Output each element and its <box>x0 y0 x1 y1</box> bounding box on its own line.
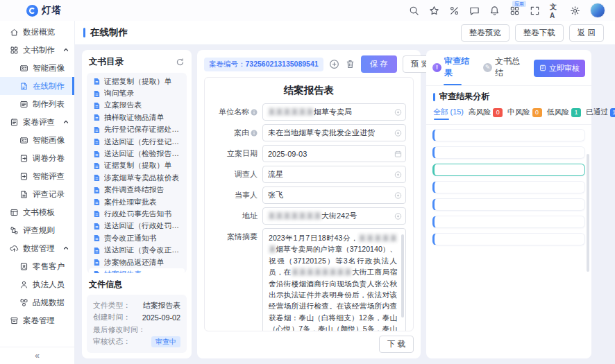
refresh-icon[interactable] <box>176 58 185 67</box>
filter-中风险[interactable]: 中风险0 <box>507 107 541 119</box>
sidebar-item-调卷分卷[interactable]: 调卷分卷 <box>0 149 74 167</box>
fullscreen-icon[interactable] <box>530 6 540 16</box>
clear-icon[interactable] <box>394 108 402 116</box>
document-item[interactable]: 送达回证（检验报告复... <box>89 148 185 159</box>
sidebar-item-执法人员[interactable]: 执法人员 <box>0 275 74 293</box>
sidebar-collapse-button[interactable]: « <box>0 347 74 364</box>
field-input-案由[interactable]: 未在当地烟草专卖批发企业进货 <box>262 124 406 141</box>
user-avatar[interactable] <box>590 3 605 18</box>
sidebar-item-在线制作[interactable]: 在线制作 <box>0 77 74 95</box>
filter-低风险[interactable]: 低风险1 <box>547 107 581 119</box>
sidebar-item-零售客户[interactable]: 零售客户 <box>0 257 74 275</box>
field-input-单位名称[interactable]: 某某某某某某烟草专卖局 <box>262 103 406 121</box>
sidebar-item-品规数据[interactable]: 品规数据 <box>0 293 74 311</box>
document-item[interactable]: 送达回证（行政处罚事... <box>89 220 185 232</box>
sidebar-item-制作列表[interactable]: 制作列表 <box>0 95 74 113</box>
file-icon <box>93 234 101 242</box>
review-card[interactable] <box>432 216 585 228</box>
save-button[interactable]: 保 存 <box>361 55 397 73</box>
cards-scrollbar[interactable] <box>587 154 589 272</box>
clear-icon[interactable] <box>394 171 402 178</box>
file-info-row: 审核状态：审查中 <box>93 336 180 349</box>
info-icon <box>251 109 258 116</box>
file-icon <box>93 223 101 230</box>
star-icon[interactable] <box>429 6 439 16</box>
header-button-整卷预览[interactable]: 整卷预览 <box>461 24 509 42</box>
sidebar-item-案卷管理[interactable]: 案卷管理 <box>0 311 74 329</box>
delete-icon[interactable] <box>345 59 355 69</box>
review-card[interactable] <box>432 198 585 211</box>
redacted-text: 某某某某某某 <box>268 107 314 117</box>
case-summary-textarea[interactable]: 2023年1月7日18时43分，某某某某某某烟草专卖局的卢诗章（37120140… <box>262 228 406 331</box>
top-bar: 灯塔 应用文A <box>0 0 615 21</box>
calendar-icon[interactable] <box>394 150 402 157</box>
header-button-返回[interactable]: 返 回 <box>569 24 604 42</box>
document-item[interactable]: 证据复制（提取）单 <box>89 160 185 172</box>
audit-now-button[interactable]: 立即审核 <box>534 60 585 77</box>
document-item[interactable]: 先行登记保存证据处理... <box>89 124 185 136</box>
document-item[interactable]: 案件调查终结报告 <box>89 184 185 196</box>
field-input-当事人[interactable]: 张飞 <box>262 187 406 204</box>
docout-icon <box>19 154 28 163</box>
message-icon[interactable] <box>469 6 480 16</box>
document-item[interactable]: 结案报告表 <box>89 268 185 273</box>
document-item[interactable]: 行政处罚事先告知书 <box>89 208 185 220</box>
percent-icon[interactable] <box>449 6 460 16</box>
filter-全部 (15)[interactable]: 全部 (15) <box>433 107 464 119</box>
clear-icon[interactable] <box>394 129 402 137</box>
review-card[interactable] <box>432 181 585 193</box>
document-item[interactable]: 抽样取证物品清单 <box>89 112 185 123</box>
sidebar-item-智能画像[interactable]: 智能画像 <box>0 131 74 149</box>
sidebar-item-智能评查[interactable]: 智能评查 <box>0 167 74 185</box>
template-icon <box>10 208 19 217</box>
file-info-title: 文件信息 <box>82 273 192 291</box>
review-card[interactable] <box>432 233 585 245</box>
review-card[interactable] <box>432 164 585 176</box>
review-card[interactable] <box>432 146 585 159</box>
sidebar-item-评查规则[interactable]: 评查规则 <box>0 221 74 239</box>
search-icon[interactable] <box>409 6 419 16</box>
field-input-立案日期[interactable]: 2025-09-03 <box>262 145 406 162</box>
document-item[interactable]: 证据复制（提取）单 <box>89 76 185 87</box>
doclines-icon <box>19 190 28 199</box>
sidebar-item-文书制作[interactable]: 文书制作 <box>0 41 74 59</box>
tab-review-result[interactable]: ! 审查结果 <box>432 55 475 80</box>
document-title: 结案报告表 <box>212 80 406 103</box>
sidebar-item-案卷评查[interactable]: 案卷评查 <box>0 113 74 131</box>
sidebar-item-文书模板[interactable]: 文书模板 <box>0 203 74 221</box>
analysis-section-title: 审查结果分析 <box>426 86 591 105</box>
document-item[interactable]: 送达回证（先行登记保... <box>89 136 185 148</box>
bell-icon[interactable] <box>489 6 500 16</box>
header-button-整卷下载[interactable]: 整卷下载 <box>515 24 564 42</box>
filter-高风险[interactable]: 高风险0 <box>469 107 503 119</box>
document-item[interactable]: 立案报告表 <box>89 100 185 112</box>
clear-icon[interactable] <box>394 212 402 220</box>
tab-doc-summary[interactable]: ✎ 文书总结 <box>483 55 525 80</box>
download-button[interactable]: 下 载 <box>379 336 414 353</box>
field-input-地址[interactable]: 某某某某某某某大街242号 <box>262 207 406 225</box>
review-cards-list <box>426 124 591 358</box>
sidebar-item-评查记录[interactable]: 评查记录 <box>0 185 74 203</box>
field-input-调查人[interactable]: 流星 <box>262 166 406 183</box>
sidebar-item-数据概览[interactable]: 数据概览 <box>0 23 74 41</box>
review-card[interactable] <box>432 129 585 141</box>
chevron-up-icon <box>63 245 69 251</box>
file-info-box: 文件类型：结案报告表创建时间：2025-09-02最后修改时间：审核状态：审查中 <box>87 295 187 353</box>
document-item[interactable]: 询问笔录 <box>89 87 185 99</box>
grid-icon <box>10 46 19 55</box>
translate-icon[interactable]: 文A <box>550 6 560 16</box>
document-item[interactable]: 涉案烟草专卖品核价表 <box>89 172 185 184</box>
document-item[interactable]: 涉案物品返还清单 <box>89 257 185 268</box>
settings-icon[interactable] <box>570 6 580 16</box>
document-item[interactable]: 送达回证（责令改正通... <box>89 244 185 256</box>
page-title: 在线制作 <box>83 26 128 39</box>
apps-icon[interactable]: 应用 <box>509 6 520 16</box>
clear-icon[interactable] <box>394 191 402 199</box>
sidebar-item-智能画像[interactable]: 智能画像 <box>0 59 74 77</box>
add-page-icon[interactable] <box>329 59 339 69</box>
document-item[interactable]: 案件处理审批表 <box>89 196 185 208</box>
textarea-scrollbar[interactable] <box>401 234 404 318</box>
sidebar-item-数据管理[interactable]: 数据管理 <box>0 239 74 257</box>
filter-已通过[interactable]: 已通过14 <box>586 107 615 119</box>
document-item[interactable]: 责令改正通知书 <box>89 232 185 244</box>
